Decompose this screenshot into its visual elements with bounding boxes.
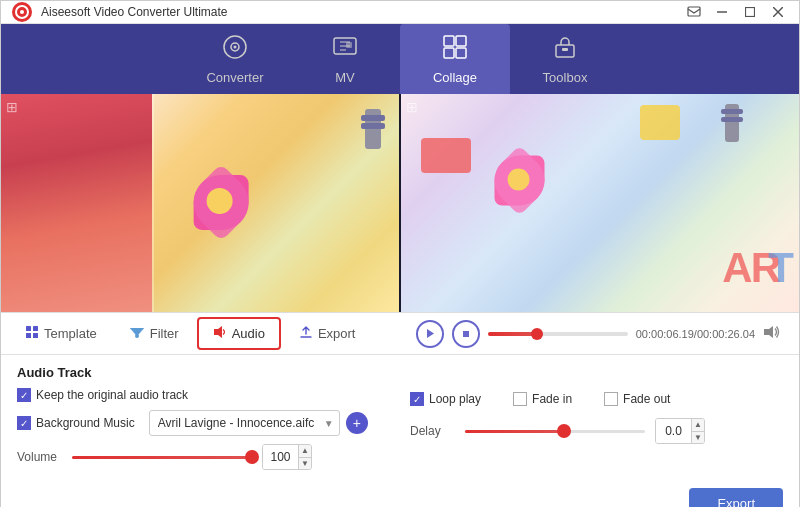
volume-label: Volume — [17, 450, 62, 464]
audio-panel: Audio Track Keep the original audio trac… — [1, 355, 799, 480]
svg-point-10 — [234, 45, 237, 48]
volume-up-btn[interactable]: ▲ — [299, 445, 311, 457]
progress-bar[interactable] — [488, 332, 628, 336]
sub-tab-template[interactable]: Template — [11, 319, 111, 348]
svg-rect-26 — [463, 331, 469, 337]
delay-slider-track — [465, 430, 645, 433]
svg-rect-5 — [746, 8, 755, 17]
volume-icon[interactable] — [763, 324, 781, 344]
music-select-group: Avril Lavigne - Innocence.aifc ▼ + — [149, 410, 368, 436]
play-icon — [425, 328, 435, 339]
export-tab-icon — [299, 325, 313, 342]
fade-out-wrap[interactable]: Fade out — [604, 392, 670, 406]
stop-button[interactable] — [452, 320, 480, 348]
video-panel-right: ⊞ AR T — [399, 94, 799, 312]
delay-label: Delay — [410, 424, 455, 438]
template-tab-label: Template — [44, 326, 97, 341]
delay-number-input-wrap: ▲ ▼ — [655, 418, 705, 444]
close-btn[interactable] — [767, 1, 789, 23]
volume-slider-track — [72, 456, 252, 459]
delay-slider-wrap[interactable] — [465, 423, 645, 439]
volume-slider-wrap[interactable] — [72, 449, 252, 465]
converter-icon — [222, 34, 248, 66]
collage-tab-label: Collage — [433, 70, 477, 85]
delay-spinner: ▲ ▼ — [691, 419, 704, 443]
svg-rect-12 — [346, 42, 352, 48]
bg-music-check-wrap[interactable]: Background Music — [17, 416, 135, 430]
progress-thumb[interactable] — [531, 328, 543, 340]
fade-in-checkbox[interactable] — [513, 392, 527, 406]
fade-in-wrap[interactable]: Fade in — [513, 392, 572, 406]
svg-marker-24 — [214, 326, 222, 338]
nav-tab-toolbox[interactable]: Toolbox — [510, 24, 620, 94]
volume-svg-icon — [763, 324, 781, 340]
grid-icon-left: ⊞ — [6, 99, 24, 117]
svg-rect-19 — [26, 326, 31, 331]
background-music-row: Background Music Avril Lavigne - Innocen… — [17, 410, 390, 436]
svg-marker-27 — [764, 326, 773, 338]
mv-tab-label: MV — [335, 70, 355, 85]
maximize-icon — [745, 7, 755, 17]
svg-rect-14 — [456, 36, 466, 46]
volume-down-btn[interactable]: ▼ — [299, 457, 311, 470]
delay-slider-fill — [465, 430, 564, 433]
svg-rect-3 — [688, 7, 700, 16]
converter-tab-label: Converter — [206, 70, 263, 85]
volume-slider-thumb[interactable] — [245, 450, 259, 464]
mv-icon — [332, 34, 358, 66]
audio-tab-label: Audio — [232, 326, 265, 341]
keep-original-checkbox[interactable] — [17, 388, 31, 402]
audio-col-left: Keep the original audio track Background… — [17, 388, 390, 470]
main-content: ⊞ — [1, 94, 799, 507]
time-display: 00:00:06.19/00:00:26.04 — [636, 328, 755, 340]
video-thumb-left: ⊞ — [1, 94, 399, 312]
volume-spinner: ▲ ▼ — [298, 445, 311, 469]
mv-nav-icon — [332, 34, 358, 60]
sub-tab-export[interactable]: Export — [285, 319, 370, 348]
grid-icon-right: ⊞ — [406, 99, 418, 115]
bg-music-checkbox[interactable] — [17, 416, 31, 430]
audio-icon — [213, 325, 227, 342]
fade-in-label: Fade in — [532, 392, 572, 406]
svg-rect-16 — [456, 48, 466, 58]
delay-down-btn[interactable]: ▼ — [692, 431, 704, 444]
volume-number-input-wrap: ▲ ▼ — [262, 444, 312, 470]
play-button[interactable] — [416, 320, 444, 348]
svg-point-2 — [20, 10, 24, 14]
stop-icon — [462, 330, 470, 338]
export-button[interactable]: Export — [689, 488, 783, 507]
delay-slider-thumb[interactable] — [557, 424, 571, 438]
bg-music-label: Background Music — [36, 416, 135, 430]
audio-two-col: Keep the original audio track Background… — [17, 388, 783, 470]
keep-original-check-wrap[interactable]: Keep the original audio track — [17, 388, 188, 402]
svg-marker-25 — [427, 329, 434, 338]
audio-options-row: Loop play Fade in Fade out — [410, 392, 783, 406]
sub-tab-audio[interactable]: Audio — [197, 317, 281, 350]
loop-play-wrap[interactable]: Loop play — [410, 392, 481, 406]
volume-input[interactable] — [263, 445, 298, 469]
minimize-btn[interactable] — [711, 1, 733, 23]
music-dropdown[interactable]: Avril Lavigne - Innocence.aifc — [149, 410, 340, 436]
toolbox-icon — [552, 34, 578, 66]
loop-play-label: Loop play — [429, 392, 481, 406]
collage-icon — [442, 34, 468, 66]
maximize-btn[interactable] — [739, 1, 761, 23]
add-music-button[interactable]: + — [346, 412, 368, 434]
video-panel-left: ⊞ — [1, 94, 399, 312]
fade-out-label: Fade out — [623, 392, 670, 406]
nav-tab-collage[interactable]: Collage — [400, 24, 510, 94]
sub-tabs: Template Filter — [1, 313, 799, 355]
nav-tab-converter[interactable]: Converter — [180, 24, 290, 94]
delay-input[interactable] — [656, 419, 691, 443]
sub-tab-filter[interactable]: Filter — [115, 319, 193, 348]
delay-up-btn[interactable]: ▲ — [692, 419, 704, 431]
minimize-icon — [717, 11, 727, 13]
nav-tab-mv[interactable]: MV — [290, 24, 400, 94]
converter-nav-icon — [222, 34, 248, 60]
music-dropdown-wrap: Avril Lavigne - Innocence.aifc ▼ — [149, 410, 340, 436]
message-icon-btn[interactable] — [683, 1, 705, 23]
delay-row: Delay ▲ ▼ — [410, 418, 783, 444]
toolbox-nav-icon — [552, 34, 578, 60]
fade-out-checkbox[interactable] — [604, 392, 618, 406]
loop-play-checkbox[interactable] — [410, 392, 424, 406]
